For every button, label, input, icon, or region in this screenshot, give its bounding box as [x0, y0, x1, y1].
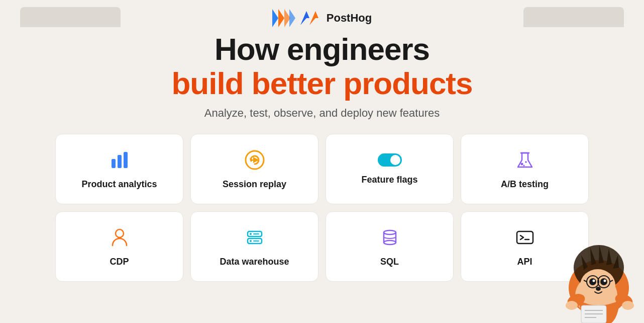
posthog-logo: PostHog: [272, 9, 372, 27]
svg-point-16: [250, 233, 252, 235]
card-label-warehouse: Data warehouse: [220, 257, 289, 267]
svg-rect-6: [124, 152, 128, 168]
card-label-analytics: Product analytics: [81, 179, 157, 190]
headline: How engineers build better products: [172, 32, 473, 101]
card-label-sql: SQL: [380, 257, 399, 267]
svg-point-35: [566, 301, 578, 310]
svg-point-11: [525, 161, 527, 163]
svg-point-20: [384, 230, 396, 234]
card-cdp[interactable]: CDP: [55, 211, 183, 282]
hero-section: How engineers build better products Anal…: [172, 32, 473, 134]
headline-line1: How engineers: [214, 32, 430, 66]
logo-icon: [272, 9, 295, 27]
card-label-cdp: CDP: [110, 257, 129, 267]
replay-icon: [244, 149, 266, 173]
card-label-flags: Feature flags: [361, 175, 417, 185]
svg-point-13: [116, 229, 124, 237]
svg-marker-3: [289, 9, 295, 27]
card-label-ab: A/B testing: [501, 179, 549, 190]
hedgehog-mascot: [554, 207, 644, 323]
svg-marker-1: [278, 9, 284, 27]
toggle-icon: [378, 153, 402, 169]
card-label-api: API: [517, 257, 532, 267]
svg-point-32: [596, 287, 601, 291]
terminal-icon: [514, 226, 536, 251]
analytics-icon: [109, 149, 131, 173]
svg-point-29: [600, 278, 607, 285]
svg-marker-0: [272, 9, 278, 27]
features-grid: Product analytics Session replay Fe: [35, 134, 609, 282]
svg-point-31: [604, 280, 606, 282]
svg-point-17: [250, 240, 252, 242]
posthog-logo-mark: [299, 9, 323, 27]
main-content: How engineers build better products Anal…: [0, 27, 644, 282]
card-sql[interactable]: SQL: [326, 211, 454, 282]
svg-rect-5: [118, 155, 122, 168]
card-ab-testing[interactable]: A/B testing: [461, 134, 589, 204]
server-icon: [244, 226, 266, 251]
svg-point-36: [622, 301, 634, 310]
svg-rect-4: [112, 159, 116, 168]
subheadline: Analyze, test, observe, and deploy new f…: [204, 107, 440, 120]
svg-point-12: [523, 165, 524, 166]
headline-line2: build better products: [172, 66, 473, 101]
svg-point-21: [384, 240, 396, 245]
svg-point-10: [520, 163, 523, 165]
logo-text: PostHog: [327, 12, 372, 25]
browser-tab-left[interactable]: [20, 7, 121, 27]
svg-point-30: [593, 280, 595, 282]
svg-point-28: [589, 278, 596, 285]
card-session-replay[interactable]: Session replay: [190, 134, 318, 204]
flask-icon: [514, 149, 536, 173]
svg-rect-22: [517, 231, 533, 244]
card-data-warehouse[interactable]: Data warehouse: [190, 211, 318, 282]
database-icon: [379, 226, 401, 251]
card-product-analytics[interactable]: Product analytics: [55, 134, 183, 204]
browser-tab-right[interactable]: [523, 7, 624, 27]
person-icon: [109, 226, 131, 251]
card-label-replay: Session replay: [223, 179, 286, 190]
card-feature-flags[interactable]: Feature flags: [326, 134, 454, 204]
